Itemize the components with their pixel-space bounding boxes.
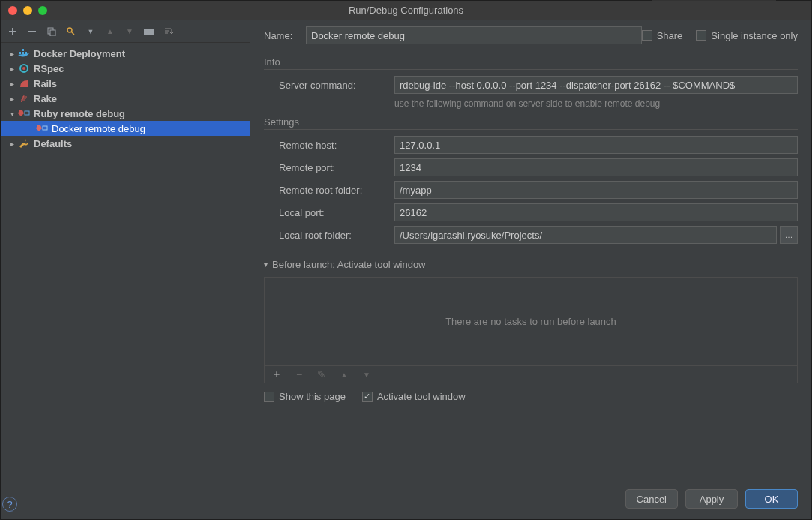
remote-port-input[interactable] xyxy=(394,158,798,176)
remote-port-label: Remote port: xyxy=(279,162,394,173)
tree-label: Ruby remote debug xyxy=(34,108,125,119)
ok-button[interactable]: OK xyxy=(745,489,798,509)
rspec-icon xyxy=(17,62,31,74)
remote-root-label: Remote root folder: xyxy=(279,185,394,196)
before-launch-checks: Show this page ✓ Activate tool window xyxy=(264,391,798,402)
help-button[interactable]: ? xyxy=(2,497,17,512)
svg-rect-13 xyxy=(25,111,29,115)
browse-folder-button[interactable]: … xyxy=(780,226,798,244)
single-instance-label: Single instance only xyxy=(711,30,798,41)
activate-tool-window-label: Activate tool window xyxy=(377,391,466,402)
remote-host-input[interactable] xyxy=(394,136,798,154)
dialog-body: ▼ ▲ ▼ ▸ Docker Deployment ▸ RSpec xyxy=(1,20,811,519)
checkbox-icon xyxy=(642,30,652,41)
checkbox-icon xyxy=(264,392,274,402)
tree-label: Rake xyxy=(34,93,57,104)
remote-root-input[interactable] xyxy=(394,181,798,199)
ruby-remote-icon xyxy=(17,107,31,119)
before-launch-title: Before launch: Activate tool window xyxy=(272,259,426,270)
share-checkbox[interactable]: Share xyxy=(642,30,683,41)
svg-rect-9 xyxy=(22,49,24,51)
add-task-icon[interactable]: ＋ xyxy=(271,368,283,380)
remove-task-icon[interactable]: − xyxy=(293,368,305,380)
right-panel: Name: Share Single instance only Info S xyxy=(250,20,811,519)
server-command-input[interactable] xyxy=(394,76,798,94)
expand-arrow-icon[interactable]: ▸ xyxy=(7,50,17,58)
before-launch-toolbar: ＋ − ✎ ▲ ▼ xyxy=(264,365,798,383)
move-up-icon[interactable]: ▲ xyxy=(338,368,350,380)
name-row: Name: Share Single instance only xyxy=(264,26,798,44)
edit-task-icon[interactable]: ✎ xyxy=(316,368,328,380)
apply-button[interactable]: Apply xyxy=(685,489,738,509)
move-down-icon[interactable]: ▼ xyxy=(361,368,373,380)
config-tree[interactable]: ▸ Docker Deployment ▸ RSpec ▸ Rails ▸ xyxy=(1,43,250,489)
rake-icon xyxy=(17,92,31,104)
svg-rect-14 xyxy=(43,126,47,130)
folder-icon[interactable] xyxy=(143,26,155,38)
info-section-title: Info xyxy=(264,56,798,70)
cancel-button[interactable]: Cancel xyxy=(625,489,678,509)
svg-point-12 xyxy=(22,67,25,70)
expand-arrow-icon[interactable]: ▸ xyxy=(7,95,17,103)
collapse-arrow-icon[interactable]: ▾ xyxy=(7,110,17,118)
show-this-page-label: Show this page xyxy=(279,391,346,402)
tree-item-ruby-remote-debug[interactable]: ▾ Ruby remote debug xyxy=(1,106,250,121)
tree-item-docker-remote-debug[interactable]: Docker remote debug xyxy=(1,121,250,136)
tree-item-rails[interactable]: ▸ Rails xyxy=(1,76,250,91)
svg-point-6 xyxy=(67,28,72,32)
config-toolbar: ▼ ▲ ▼ xyxy=(1,20,250,43)
tree-item-docker-deployment[interactable]: ▸ Docker Deployment xyxy=(1,46,250,61)
expand-arrow-icon[interactable]: ▸ xyxy=(7,65,17,73)
tree-item-rspec[interactable]: ▸ RSpec xyxy=(1,61,250,76)
remote-host-label: Remote host: xyxy=(279,140,394,151)
window-title: Run/Debug Configurations xyxy=(1,5,811,16)
server-command-label: Server command: xyxy=(279,80,394,91)
before-launch-empty-text: There are no tasks to run before launch xyxy=(445,316,616,327)
before-launch-header[interactable]: ▾ Before launch: Activate tool window xyxy=(264,259,798,272)
local-port-label: Local port: xyxy=(279,207,394,218)
ruby-remote-icon xyxy=(35,122,49,134)
tree-item-rake[interactable]: ▸ Rake xyxy=(1,91,250,106)
svg-rect-3 xyxy=(28,31,36,32)
name-label: Name: xyxy=(264,30,306,41)
checkbox-icon xyxy=(696,30,706,41)
before-launch-list: There are no tasks to run before launch xyxy=(264,277,798,365)
move-down-icon[interactable]: ▼ xyxy=(124,26,136,38)
svg-rect-5 xyxy=(50,30,55,36)
tree-item-defaults[interactable]: ▸ Defaults xyxy=(1,136,250,151)
wrench-icon xyxy=(17,137,31,149)
expand-arrow-icon[interactable]: ▸ xyxy=(7,140,17,148)
config-name-input[interactable] xyxy=(306,26,642,44)
sort-icon[interactable] xyxy=(163,26,175,38)
titlebar: Run/Debug Configurations xyxy=(1,1,811,20)
tree-label: Docker Deployment xyxy=(34,48,125,59)
svg-rect-8 xyxy=(22,52,24,54)
add-config-icon[interactable] xyxy=(7,26,19,38)
tree-label: RSpec xyxy=(34,63,64,74)
tree-label: Defaults xyxy=(34,138,72,149)
info-block: Server command: use the following comman… xyxy=(264,76,798,109)
left-panel: ▼ ▲ ▼ ▸ Docker Deployment ▸ RSpec xyxy=(1,20,250,519)
chevron-down-icon[interactable]: ▼ xyxy=(85,26,97,38)
dialog-footer: Cancel Apply OK xyxy=(264,480,798,519)
show-this-page-checkbox[interactable]: Show this page xyxy=(264,391,346,402)
footer-buttons: Cancel Apply OK xyxy=(625,489,798,509)
collapse-arrow-icon: ▾ xyxy=(264,260,268,269)
activate-tool-window-checkbox[interactable]: ✓ Activate tool window xyxy=(362,391,466,402)
copy-config-icon[interactable] xyxy=(46,26,58,38)
local-root-label: Local root folder: xyxy=(279,230,394,241)
settings-icon[interactable] xyxy=(65,26,77,38)
server-command-hint: use the following command on server side… xyxy=(394,98,798,109)
docker-icon xyxy=(17,47,31,59)
local-port-input[interactable] xyxy=(394,203,798,221)
remove-config-icon[interactable] xyxy=(26,26,38,38)
share-label: Share xyxy=(657,30,683,41)
move-up-icon[interactable]: ▲ xyxy=(104,26,116,38)
local-root-input[interactable] xyxy=(394,226,777,244)
expand-arrow-icon[interactable]: ▸ xyxy=(7,80,17,88)
rails-icon xyxy=(17,77,31,89)
single-instance-checkbox[interactable]: Single instance only xyxy=(696,30,798,41)
checkbox-checked-icon: ✓ xyxy=(362,392,373,402)
before-launch-section: ▾ Before launch: Activate tool window Th… xyxy=(264,259,798,402)
tree-label: Docker remote debug xyxy=(52,123,145,134)
